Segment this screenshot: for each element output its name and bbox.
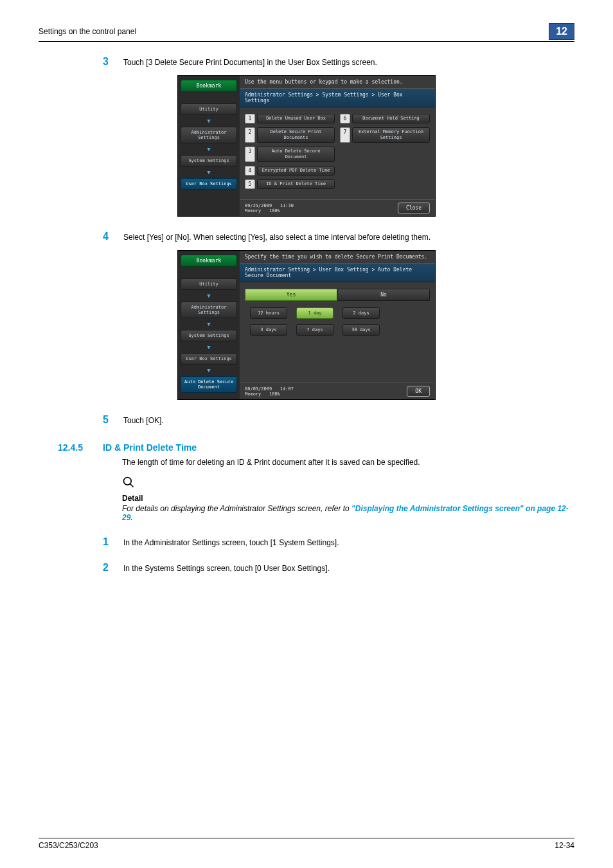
ok-button[interactable]: OK (407, 386, 430, 397)
step-text: In the Systems Settings screen, touch [0… (123, 562, 330, 574)
footer-page: 12-34 (555, 841, 574, 850)
step-number: 5 (103, 414, 123, 426)
step-number: 1 (103, 536, 123, 548)
breadcrumb: Administrator Settings > System Settings… (240, 89, 435, 107)
nav-admin-settings[interactable]: Administrator Settings (181, 302, 237, 318)
menu-num: 4 (245, 166, 255, 176)
menu-encrypted-pdf[interactable]: Encrypted PDF Delete Time (257, 166, 335, 176)
step-3: 3 Touch [3 Delete Secure Print Documents… (39, 56, 574, 68)
footer-status: 09/25/2009 11:30 Memory 100% (245, 203, 294, 213)
page-header: Settings on the control panel 12 (39, 23, 574, 42)
detail-block: Detail For details on displaying the Adm… (39, 476, 574, 522)
step-text: Select [Yes] or [No]. When selecting [Ye… (123, 231, 431, 242)
step-4: 4 Select [Yes] or [No]. When selecting [… (39, 231, 574, 242)
screen-prompt: Use the menu buttons or keypad to make a… (240, 76, 435, 89)
opt-3-days[interactable]: 3 days (250, 324, 287, 336)
svg-line-1 (130, 484, 134, 487)
step-number: 2 (103, 562, 123, 574)
nav-auto-delete-secure[interactable]: Auto Delete Secure Document (181, 376, 237, 393)
nav-system-settings[interactable]: System Settings (181, 330, 237, 341)
chevron-down-icon: ▼ (181, 344, 237, 350)
chevron-down-icon: ▼ (181, 169, 237, 176)
menu-num: 7 (340, 127, 350, 143)
menu-num: 6 (340, 114, 350, 123)
step-a: 1 In the Administrator Settings screen, … (39, 536, 574, 548)
header-title: Settings on the control panel (39, 27, 136, 36)
footer-model: C353/C253/C203 (39, 841, 98, 850)
screen-prompt: Specify the time you wish to delete Secu… (240, 251, 435, 264)
nav-utility[interactable]: Utility (181, 104, 237, 115)
footer-status: 08/03/2009 14:07 Memory 100% (245, 386, 294, 397)
nav-system-settings[interactable]: System Settings (181, 155, 237, 167)
step-text: Touch [OK]. (123, 414, 164, 426)
menu-num: 3 (245, 147, 255, 162)
section-paragraph: The length of time for deleting an ID & … (39, 458, 574, 467)
chevron-down-icon: ▼ (181, 118, 237, 124)
footer-date: 09/25/2009 (245, 203, 272, 208)
footer-time: 14:07 (280, 386, 294, 392)
footer-mem-pct: 100% (269, 392, 280, 397)
magnifier-icon (122, 476, 574, 493)
opt-30-days[interactable]: 30 days (342, 324, 380, 336)
menu-num: 2 (245, 127, 255, 143)
step-number: 4 (103, 231, 123, 242)
step-text: In the Administrator Settings screen, to… (123, 536, 339, 548)
menu-num: 1 (245, 114, 255, 123)
opt-2-days[interactable]: 2 days (342, 307, 380, 319)
page-footer: C353/C253/C203 12-34 (39, 838, 574, 850)
close-button[interactable]: Close (398, 203, 430, 213)
breadcrumb: Administrator Setting > User Box Setting… (240, 264, 435, 282)
menu-auto-delete[interactable]: Auto Delete Secure Document (257, 147, 335, 162)
section-heading: 12.4.5 ID & Print Delete Time (39, 442, 574, 453)
menu-num: 5 (245, 179, 255, 189)
section-title: ID & Print Delete Time (103, 442, 197, 453)
section-number: 12.4.5 (58, 442, 103, 453)
chevron-down-icon: ▼ (181, 321, 237, 327)
chevron-down-icon: ▼ (181, 146, 237, 152)
menu-external-mem[interactable]: External Memory Function Settings (352, 127, 430, 143)
footer-mem-pct: 100% (269, 208, 280, 213)
screenshot-2: Bookmark Utility ▼ Administrator Setting… (39, 250, 574, 400)
footer-mem-label: Memory (245, 392, 261, 397)
footer-mem-label: Memory (245, 208, 261, 213)
step-text: Touch [3 Delete Secure Print Documents] … (123, 56, 377, 68)
detail-pre: For details on displaying the Administra… (122, 504, 351, 513)
bookmark-button[interactable]: Bookmark (181, 80, 237, 92)
svg-point-0 (124, 478, 132, 485)
tab-no[interactable]: No (337, 289, 430, 301)
chevron-down-icon: ▼ (181, 367, 237, 374)
step-b: 2 In the Systems Settings screen, touch … (39, 562, 574, 574)
nav-admin-settings[interactable]: Administrator Settings (181, 127, 237, 143)
footer-time: 11:30 (280, 203, 294, 208)
chapter-badge: 12 (549, 23, 574, 40)
menu-delete-secure[interactable]: Delete Secure Print Documents (257, 127, 335, 143)
nav-utility[interactable]: Utility (181, 278, 237, 290)
opt-1-day[interactable]: 1 day (296, 307, 333, 319)
chevron-down-icon: ▼ (181, 293, 237, 299)
detail-post: . (130, 513, 132, 522)
bookmark-button[interactable]: Bookmark (181, 255, 237, 267)
footer-date: 08/03/2009 (245, 386, 272, 392)
step-5: 5 Touch [OK]. (39, 414, 574, 426)
tab-yes[interactable]: Yes (245, 289, 337, 301)
menu-delete-unused[interactable]: Delete Unused User Box (257, 114, 335, 123)
menu-doc-hold[interactable]: Document Hold Setting (352, 114, 430, 123)
opt-12-hours[interactable]: 12 hours (250, 307, 287, 319)
menu-id-print-delete[interactable]: ID & Print Delete Time (257, 179, 335, 189)
step-number: 3 (103, 56, 123, 68)
detail-text: For details on displaying the Administra… (122, 504, 574, 522)
opt-7-days[interactable]: 7 days (296, 324, 333, 336)
screenshot-1: Bookmark Utility ▼ Administrator Setting… (39, 75, 574, 217)
detail-label: Detail (122, 494, 574, 503)
nav-user-box-settings[interactable]: User Box Settings (181, 353, 237, 365)
nav-user-box-settings[interactable]: User Box Settings (181, 178, 237, 190)
